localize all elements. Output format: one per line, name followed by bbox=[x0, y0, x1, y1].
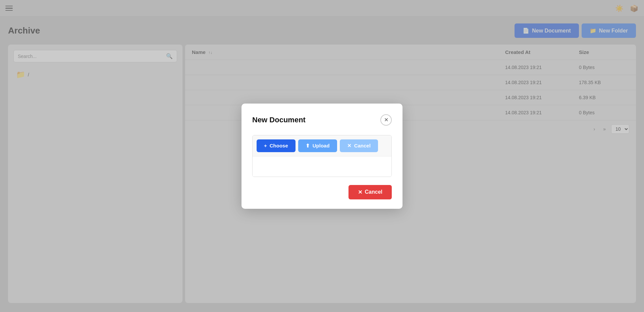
modal: New Document ✕ + Choose ⬆ Upload ✕ Cance… bbox=[241, 104, 402, 209]
cancel-small-button[interactable]: ✕ Cancel bbox=[340, 139, 378, 152]
modal-file-content bbox=[253, 157, 391, 177]
modal-overlay: New Document ✕ + Choose ⬆ Upload ✕ Cance… bbox=[0, 0, 644, 312]
modal-title: New Document bbox=[252, 116, 306, 124]
modal-footer: ✕ Cancel bbox=[252, 185, 392, 199]
cancel-small-icon: ✕ bbox=[347, 143, 352, 149]
modal-close-button[interactable]: ✕ bbox=[380, 114, 392, 126]
cancel-button[interactable]: ✕ Cancel bbox=[348, 185, 392, 199]
plus-icon: + bbox=[264, 143, 267, 148]
upload-icon: ⬆ bbox=[306, 143, 310, 149]
modal-file-area: + Choose ⬆ Upload ✕ Cancel bbox=[252, 135, 392, 177]
close-icon: ✕ bbox=[384, 117, 388, 123]
modal-file-buttons: + Choose ⬆ Upload ✕ Cancel bbox=[253, 135, 391, 157]
modal-header: New Document ✕ bbox=[252, 114, 392, 126]
upload-button[interactable]: ⬆ Upload bbox=[298, 139, 337, 152]
choose-button[interactable]: + Choose bbox=[257, 139, 296, 152]
cancel-icon: ✕ bbox=[358, 189, 362, 195]
